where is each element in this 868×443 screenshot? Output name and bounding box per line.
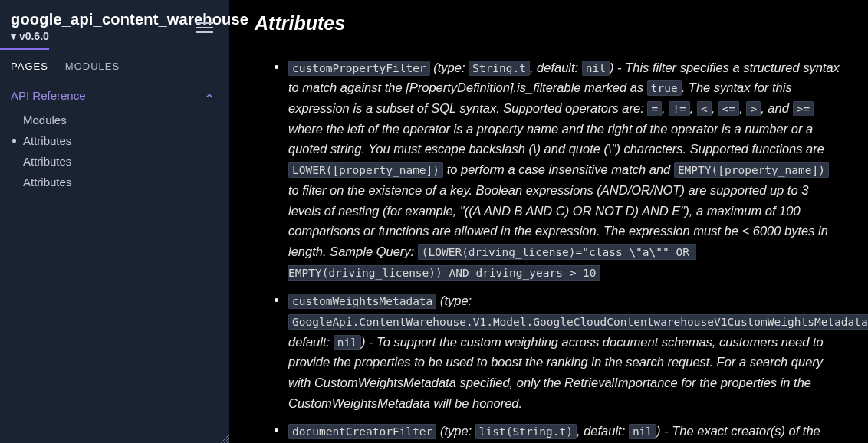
op-neq: != <box>669 101 689 116</box>
page-title: Attributes <box>255 8 842 39</box>
nav-list: Modules Attributes Attributes Attributes <box>0 110 229 192</box>
attr-desc: to perform a case insensitive match and <box>443 162 674 176</box>
sep: , <box>662 101 669 115</box>
default-label: , default: <box>577 424 629 438</box>
attr-name: customPropertyFilter <box>288 61 430 76</box>
version-dropdown-icon[interactable]: ▾ <box>11 30 19 42</box>
type-label: (type: <box>440 294 472 307</box>
sidebar-header: google_api_content_warehouse ▾ v0.6.0 <box>0 0 229 50</box>
sidebar-item-attributes[interactable]: Attributes <box>6 151 229 172</box>
sidebar: google_api_content_warehouse ▾ v0.6.0 PA… <box>0 0 229 443</box>
attr-desc: ) - To support the custom weighting acro… <box>288 335 824 410</box>
attr-default: nil <box>629 424 656 439</box>
attr-name: documentCreatorFilter <box>288 424 436 439</box>
sep: , <box>712 101 718 115</box>
list-item: customWeightsMetadata (type: GoogleApi.C… <box>288 290 842 413</box>
resize-handle-icon[interactable] <box>221 435 229 443</box>
op-gt: > <box>746 101 761 116</box>
sidebar-item-modules[interactable]: Modules <box>6 110 229 130</box>
sidebar-item-attributes[interactable]: Attributes <box>6 172 229 192</box>
attr-type: list(String.t) <box>475 424 577 439</box>
list-item: documentCreatorFilter (type: list(String… <box>288 421 842 441</box>
fn-lower: LOWER([property_name]) <box>288 162 443 178</box>
attr-name: customWeightsMetadata <box>288 294 436 309</box>
attr-default: nil <box>334 335 361 350</box>
section-title: API Reference <box>11 89 86 102</box>
sidebar-item-attributes[interactable]: Attributes <box>6 130 229 151</box>
sep: , <box>690 101 697 115</box>
chevron-up-icon <box>204 90 215 101</box>
version-text: v0.6.0 <box>19 30 49 42</box>
attr-default: nil <box>582 61 610 76</box>
list-item: customPropertyFilter (type: String.t, de… <box>288 57 842 284</box>
fn-empty: EMPTY([property_name]) <box>674 162 829 178</box>
tab-pages[interactable]: PAGES <box>11 61 48 72</box>
attr-desc: ) - The exact creator(s) of the <box>656 424 820 438</box>
code-literal: true <box>647 80 682 96</box>
attr-desc: where the left of the operator is a prop… <box>288 122 824 156</box>
attr-type: String.t <box>469 61 530 76</box>
op-lt: < <box>697 101 712 116</box>
op-lte: <= <box>718 101 739 116</box>
attr-desc: , and <box>761 101 792 115</box>
op-eq: = <box>647 101 662 116</box>
attr-type: GoogleApi.ContentWarehouse.V1.Model.Goog… <box>288 314 868 330</box>
tab-modules[interactable]: MODULES <box>65 61 120 72</box>
op-gte: >= <box>793 101 814 116</box>
type-label: (type: <box>433 61 469 74</box>
project-version[interactable]: ▾ v0.6.0 <box>11 30 49 42</box>
menu-icon[interactable] <box>196 22 213 33</box>
tab-strip: PAGES MODULES <box>0 50 229 78</box>
type-label: (type: <box>440 424 475 438</box>
section-api-reference[interactable]: API Reference <box>0 78 229 110</box>
attribute-list: customPropertyFilter (type: String.t, de… <box>255 57 842 442</box>
default-label: , default: <box>530 61 582 74</box>
project-name[interactable]: google_api_content_warehouse <box>11 11 218 28</box>
content: Attributes customPropertyFilter (type: S… <box>229 0 868 443</box>
tab-active-indicator <box>0 48 49 50</box>
